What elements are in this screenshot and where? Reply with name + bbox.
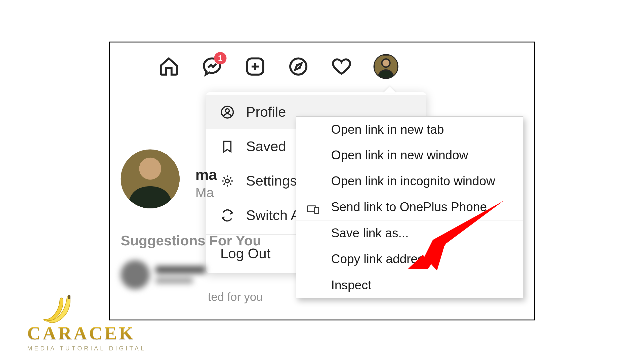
suggestion-context-text: ted for you	[208, 291, 263, 304]
username[interactable]: ma	[195, 166, 217, 184]
suggestions-heading: Suggestions For You	[121, 233, 261, 249]
user-circle-icon	[220, 105, 234, 119]
svg-point-1	[290, 58, 306, 74]
context-open-new-window[interactable]: Open link in new window	[296, 143, 523, 168]
messenger-icon[interactable]: 1	[201, 55, 223, 78]
context-open-incognito[interactable]: Open link in incognito window	[296, 168, 523, 194]
compass-icon[interactable]	[287, 55, 309, 78]
context-open-new-tab[interactable]: Open link in new tab	[296, 117, 523, 142]
svg-point-13	[139, 158, 161, 180]
heart-icon[interactable]	[330, 55, 353, 78]
banana-logo-icon	[42, 295, 88, 331]
watermark: CARACEK MEDIA TUTORIAL DIGITAL	[27, 323, 146, 352]
notification-badge: 1	[214, 52, 227, 65]
svg-rect-8	[314, 208, 319, 213]
avatar-icon[interactable]	[374, 54, 398, 79]
switch-icon	[220, 208, 234, 222]
gear-icon	[220, 174, 234, 188]
avatar	[374, 54, 398, 79]
context-send-to-device[interactable]: Send link to OnePlus Phone	[296, 194, 523, 220]
top-nav: 1	[158, 54, 398, 79]
dropdown-label: Saved	[246, 138, 286, 154]
svg-rect-14	[68, 295, 70, 299]
home-icon[interactable]	[158, 55, 180, 78]
dropdown-label: Profile	[246, 104, 286, 120]
svg-point-6	[225, 179, 229, 183]
avatar[interactable]	[121, 150, 180, 208]
browser-context-menu: Open link in new tab Open link in new wi…	[296, 116, 523, 298]
context-copy-link-address[interactable]: Copy link address	[296, 246, 523, 272]
watermark-tagline: MEDIA TUTORIAL DIGITAL	[27, 345, 146, 352]
context-label: Send link to OnePlus Phone	[331, 200, 487, 214]
dropdown-label: Settings	[246, 173, 297, 189]
context-save-link-as[interactable]: Save link as...	[296, 220, 523, 246]
blurred-suggestion	[121, 256, 212, 293]
context-inspect[interactable]: Inspect	[296, 272, 523, 298]
svg-point-5	[225, 109, 229, 112]
screenshot-frame: 1 Profile	[109, 42, 535, 321]
fullname: Ma	[195, 185, 214, 201]
devices-icon	[307, 203, 320, 212]
svg-point-3	[382, 59, 390, 67]
plus-icon[interactable]	[244, 55, 266, 78]
bookmark-icon	[220, 139, 234, 153]
